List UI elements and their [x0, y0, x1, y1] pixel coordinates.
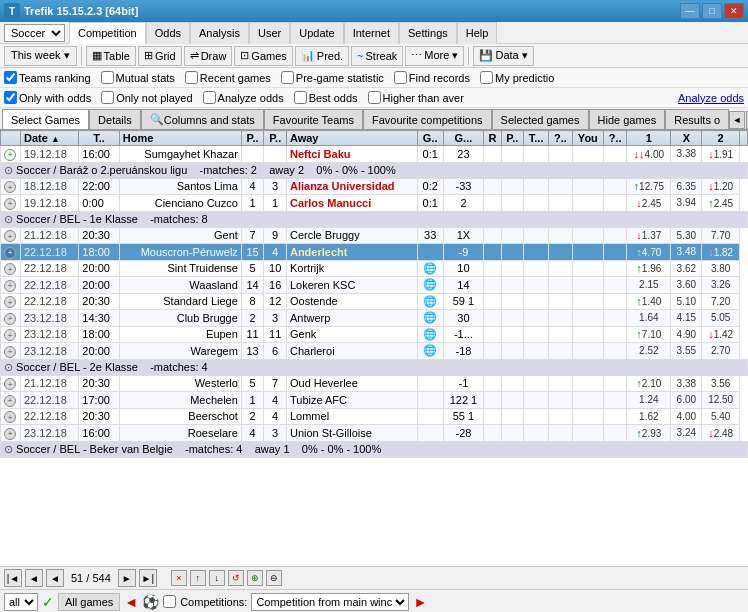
expand-cell[interactable]: + [1, 146, 21, 163]
col-ox[interactable]: X [671, 131, 702, 146]
my-predictio-checkbox[interactable]: My predictio [480, 71, 554, 84]
nav-down-button[interactable]: ↓ [209, 570, 225, 586]
check-icon[interactable]: ✓ [42, 594, 54, 610]
expand-cell[interactable]: + [1, 343, 21, 360]
col-g2[interactable]: G... [443, 131, 483, 146]
menu-tab-settings[interactable]: Settings [399, 22, 457, 44]
nav-next-button[interactable]: ► [118, 569, 136, 587]
higher-than-aver-checkbox[interactable]: Higher than aver [368, 91, 464, 104]
tab-hide-games[interactable]: Hide games [589, 109, 666, 129]
grid-button[interactable]: ⊞ Grid [138, 46, 182, 66]
analyze-odds-checkbox[interactable]: Analyze odds [203, 91, 284, 104]
filter-select[interactable]: all [4, 593, 38, 611]
close-button[interactable]: ✕ [724, 3, 744, 19]
home-cell: Sint Truidense [119, 260, 241, 277]
menu-tab-user[interactable]: User [249, 22, 290, 44]
col-r[interactable]: R [484, 131, 502, 146]
more-button[interactable]: ⋯ More ▾ [405, 46, 464, 66]
expand-cell[interactable]: + [1, 293, 21, 310]
expand-cell[interactable]: + [1, 195, 21, 212]
q1-cell [549, 260, 572, 277]
tab-select-games[interactable]: Select Games [2, 109, 89, 129]
col-home[interactable]: Home [119, 131, 241, 146]
streak-button[interactable]: ~ Streak [351, 46, 403, 66]
sport-select[interactable]: Soccer [4, 24, 65, 42]
col-t2[interactable]: T... [523, 131, 548, 146]
col-ap[interactable]: P.. [264, 131, 287, 146]
col-hp[interactable]: P.. [241, 131, 264, 146]
competition-select[interactable]: Competition from main winc [251, 593, 409, 611]
only-not-played-checkbox[interactable]: Only not played [101, 91, 192, 104]
expand-cell[interactable]: + [1, 326, 21, 343]
expand-cell[interactable]: + [1, 260, 21, 277]
nav-next-page-button[interactable]: ►| [139, 569, 157, 587]
arrow-left-button[interactable]: ◄ [124, 594, 138, 610]
nav-up-button[interactable]: ↑ [190, 570, 206, 586]
nav-first-button[interactable]: |◄ [4, 569, 22, 587]
tab-columns-stats[interactable]: 🔍 Columns and stats [141, 109, 264, 129]
ap-cell: 10 [264, 260, 287, 277]
col-you[interactable]: You [572, 131, 604, 146]
home-cell: Waregem [119, 343, 241, 360]
col-t[interactable]: T.. [79, 131, 119, 146]
ox-cell: 3.38 [671, 146, 702, 163]
nav-refresh-button[interactable]: ↺ [228, 570, 244, 586]
expand-cell[interactable]: + [1, 178, 21, 195]
draw-button[interactable]: ⇌ Draw [184, 46, 233, 66]
all-games-button[interactable]: All games [58, 593, 120, 611]
arrow-right-button[interactable]: ► [413, 594, 427, 610]
expand-cell[interactable]: + [1, 375, 21, 392]
analyze-odds-link[interactable]: Analyze odds [678, 92, 744, 104]
col-o1[interactable]: 1 [627, 131, 671, 146]
col-q1[interactable]: ?.. [549, 131, 572, 146]
tab-nav-left[interactable]: ◄ [729, 111, 745, 129]
expand-cell[interactable]: + [1, 392, 21, 409]
only-with-odds-checkbox[interactable]: Only with odds [4, 91, 91, 104]
pre-game-statistic-checkbox[interactable]: Pre-game statistic [281, 71, 384, 84]
col-g1[interactable]: G.. [417, 131, 443, 146]
find-records-checkbox[interactable]: Find records [394, 71, 470, 84]
expand-cell[interactable]: + [1, 227, 21, 244]
period-button[interactable]: This week ▾ [4, 46, 77, 66]
table-button[interactable]: ▦ Table [86, 46, 136, 66]
expand-cell[interactable]: + [1, 244, 21, 261]
tab-results[interactable]: Results o [665, 109, 729, 129]
data-table: Date ▲ T.. Home P.. P.. Away G.. G... R … [0, 130, 748, 458]
minimize-button[interactable]: — [680, 3, 700, 19]
nav-cancel-button[interactable]: × [171, 570, 187, 586]
best-odds-checkbox[interactable]: Best odds [294, 91, 358, 104]
recent-games-checkbox[interactable]: Recent games [185, 71, 271, 84]
menu-tab-internet[interactable]: Internet [344, 22, 399, 44]
nav-remove-button[interactable]: ⊖ [266, 570, 282, 586]
col-q2[interactable]: ?.. [604, 131, 627, 146]
menu-tab-odds[interactable]: Odds [146, 22, 190, 44]
competitions-checkbox[interactable] [163, 595, 176, 608]
menu-tab-analysis[interactable]: Analysis [190, 22, 249, 44]
col-p[interactable]: P.. [501, 131, 523, 146]
menu-tab-help[interactable]: Help [457, 22, 498, 44]
menu-tab-update[interactable]: Update [290, 22, 343, 44]
pred-button[interactable]: 📊 Pred. [295, 46, 349, 66]
teams-ranking-checkbox[interactable]: Teams ranking [4, 71, 91, 84]
tab-favourite-competitions[interactable]: Favourite competitions [363, 109, 492, 129]
expand-cell[interactable]: + [1, 277, 21, 294]
nav-prev-page-button[interactable]: ◄ [25, 569, 43, 587]
mutual-stats-checkbox[interactable]: Mutual stats [101, 71, 175, 84]
tab-details[interactable]: Details [89, 109, 141, 129]
tab-selected-games[interactable]: Selected games [492, 109, 589, 129]
data-button[interactable]: 💾 Data ▾ [473, 46, 533, 66]
col-date[interactable]: Date ▲ [21, 131, 79, 146]
tab-favourite-teams[interactable]: Favourite Teams [264, 109, 363, 129]
col-o2[interactable]: 2 [702, 131, 740, 146]
menu-tab-competition[interactable]: Competition [69, 22, 146, 44]
games-button[interactable]: ⊡ Games [234, 46, 292, 66]
time-cell: 16:00 [79, 146, 119, 163]
nav-prev-button[interactable]: ◄ [46, 569, 64, 587]
expand-cell[interactable]: + [1, 425, 21, 442]
maximize-button[interactable]: □ [702, 3, 722, 19]
expand-cell[interactable]: + [1, 408, 21, 425]
col-away[interactable]: Away [286, 131, 417, 146]
you-cell [572, 244, 604, 261]
expand-cell[interactable]: + [1, 310, 21, 327]
nav-add-button[interactable]: ⊕ [247, 570, 263, 586]
